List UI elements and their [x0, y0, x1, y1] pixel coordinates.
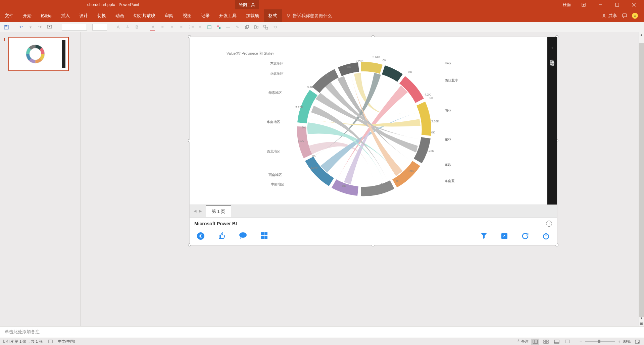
font-family-select[interactable]	[62, 24, 87, 31]
page-tab[interactable]: 第 1 页	[206, 205, 231, 217]
zoom-in-button[interactable]: +	[618, 339, 621, 344]
tab-developer[interactable]: 开发工具	[214, 9, 241, 22]
page-prev-button[interactable]: ◀	[192, 209, 198, 214]
comment-icon[interactable]	[622, 13, 627, 18]
svg-rect-16	[217, 25, 219, 27]
svg-rect-29	[261, 236, 264, 239]
vertical-scrollbar[interactable]: ▲ ▼ ⊞	[639, 32, 644, 326]
align-center-button[interactable]: ≡	[168, 23, 176, 31]
filter-button[interactable]	[480, 232, 488, 242]
undo-button[interactable]: ↶	[17, 23, 25, 31]
share-button[interactable]	[500, 232, 508, 242]
align-right-button[interactable]: ≡	[178, 23, 185, 31]
tab-insert[interactable]: 插入	[56, 9, 75, 22]
slide-number-label: 1	[3, 37, 6, 71]
scroll-down-button[interactable]: ▼	[639, 315, 644, 321]
increase-font-button[interactable]: A	[114, 23, 122, 31]
slide-canvas[interactable]: Value(按 Provinece 和 State)	[190, 37, 557, 245]
shape-fill-button[interactable]	[206, 23, 213, 31]
font-color-button[interactable]: A	[149, 23, 157, 31]
bold-button[interactable]: B	[133, 23, 141, 31]
reading-view-button[interactable]	[553, 339, 561, 345]
align-left-button[interactable]: ≡	[159, 23, 166, 31]
info-icon[interactable]: i	[546, 221, 552, 227]
save-button[interactable]	[3, 23, 10, 31]
maximize-button[interactable]	[610, 0, 624, 9]
shape-outline-button[interactable]	[215, 23, 222, 31]
tab-file[interactable]: 文件	[0, 9, 18, 22]
undo-dropdown[interactable]: ▾	[27, 23, 34, 31]
minimize-button[interactable]	[594, 0, 607, 9]
svg-point-26	[239, 232, 247, 238]
zoom-level-label[interactable]: 88%	[623, 340, 631, 344]
tab-view[interactable]: 视图	[178, 9, 196, 22]
tab-slideshow[interactable]: 幻灯片放映	[129, 9, 160, 22]
zoom-out-button[interactable]: −	[580, 339, 582, 344]
font-size-select[interactable]	[92, 24, 107, 31]
rotate-button[interactable]: ⟲	[271, 23, 279, 31]
align-objects-button[interactable]	[253, 23, 260, 31]
fit-slide-button[interactable]: ⊞	[639, 321, 644, 326]
title-bar: chordchart.pptx - PowerPoint 绘图工具 杜雨	[0, 0, 644, 9]
tab-review[interactable]: 审阅	[160, 9, 178, 22]
power-button[interactable]	[542, 232, 550, 242]
tab-record[interactable]: 记录	[196, 9, 214, 22]
spellcheck-icon[interactable]	[48, 340, 53, 344]
chord-label: 东北地区	[270, 61, 284, 66]
arrange-button[interactable]	[243, 23, 251, 31]
line-style-button[interactable]: ―	[225, 23, 232, 31]
comment-button[interactable]	[239, 232, 247, 242]
ribbon-options-button[interactable]	[577, 0, 590, 9]
notes-placeholder: 单击此处添加备注	[5, 329, 40, 334]
refresh-button[interactable]	[521, 232, 529, 242]
scroll-thumb[interactable]	[639, 43, 644, 317]
filter-collapse-button[interactable]: ‹	[551, 45, 553, 50]
chord-label: 东南亚	[445, 179, 455, 183]
svg-point-8	[603, 14, 605, 16]
apps-button[interactable]	[260, 232, 268, 242]
notes-toggle[interactable]: ≜ 备注	[517, 339, 529, 344]
feedback-smiley-icon[interactable]	[632, 13, 638, 19]
chart-title: Value(按 Provinece 和 State)	[227, 51, 274, 56]
slideshow-view-button[interactable]	[563, 339, 572, 345]
decrease-font-button[interactable]: A	[124, 23, 131, 31]
redo-button[interactable]: ↷	[36, 23, 44, 31]
tab-animation[interactable]: 动画	[111, 9, 129, 22]
share-button[interactable]: 共享	[602, 13, 617, 19]
numbering-button[interactable]: ≡	[196, 23, 204, 31]
tab-transition[interactable]: 切换	[93, 9, 111, 22]
chord-label: 西亚北非	[445, 78, 458, 83]
chord-diagram[interactable]: 东北地区 华北地区 华东地区 华南地区 西北地区 西南地区 中部地区 中亚 西亚…	[290, 55, 438, 203]
close-button[interactable]	[627, 0, 641, 9]
language-label[interactable]: 中文(中国)	[58, 339, 75, 344]
like-button[interactable]	[218, 232, 226, 242]
tab-format[interactable]: 格式	[264, 9, 282, 22]
powerbi-report-area[interactable]: Value(按 Provinece 和 State)	[190, 37, 557, 205]
bullets-button[interactable]: ⋮≡	[187, 23, 194, 31]
username-label: 杜雨	[563, 2, 571, 8]
tab-home[interactable]: 开始	[18, 9, 36, 22]
tab-islide[interactable]: iSlide	[36, 9, 56, 22]
zoom-slider[interactable]	[585, 341, 615, 342]
notes-pane[interactable]: 单击此处添加备注	[0, 326, 644, 338]
slide-thumbnail[interactable]	[8, 37, 69, 71]
chord-label: 西南地区	[268, 173, 282, 177]
tab-design[interactable]: 设计	[75, 9, 93, 22]
start-slideshow-button[interactable]	[46, 23, 53, 31]
sorter-view-button[interactable]	[542, 339, 550, 345]
eyedropper-button[interactable]: ✎	[234, 23, 241, 31]
zoom-slider-thumb[interactable]	[598, 340, 600, 343]
tab-addins[interactable]: 加载项	[241, 9, 264, 22]
normal-view-button[interactable]	[531, 339, 539, 345]
back-button[interactable]	[196, 232, 205, 242]
scroll-up-button[interactable]: ▲	[639, 32, 644, 38]
page-next-button[interactable]: ▶	[198, 209, 203, 214]
chord-tick: 0K	[347, 65, 351, 69]
fit-to-window-button[interactable]	[633, 339, 641, 345]
chord-label: 华东地区	[268, 91, 282, 95]
share-icon	[602, 13, 606, 18]
svg-rect-38	[546, 340, 548, 341]
group-button[interactable]	[262, 23, 269, 31]
svg-rect-22	[264, 25, 266, 27]
tell-me-search[interactable]: 告诉我你想要做什么	[282, 9, 336, 22]
